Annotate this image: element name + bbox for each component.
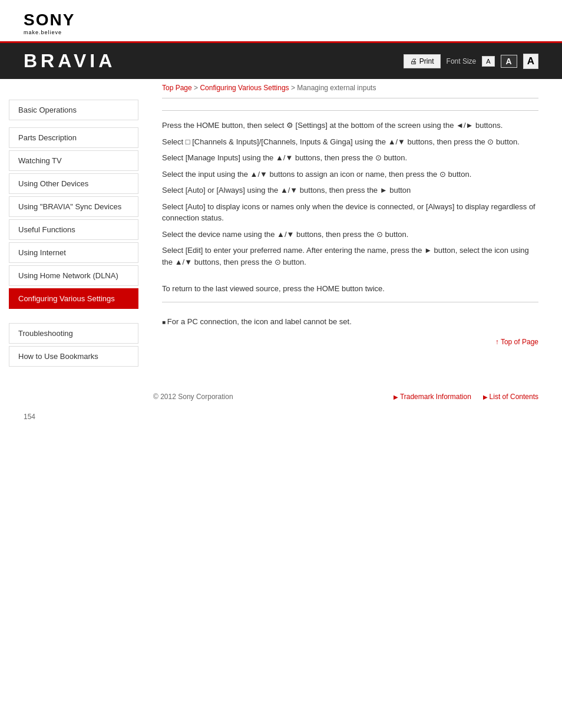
step-8: Select [Edit] to enter your preferred na…	[162, 245, 538, 268]
trademark-info-link[interactable]: Trademark Information	[394, 393, 471, 401]
copyright: © 2012 Sony Corporation	[153, 393, 233, 401]
content-area: Top Page > Configuring Various Settings …	[144, 79, 562, 378]
footer-links: Trademark Information List of Contents	[394, 393, 538, 401]
top-divider	[162, 110, 538, 111]
top-of-page-link[interactable]: Top of Page	[162, 338, 538, 346]
header-top: SONY make.believe	[0, 0, 562, 43]
print-button[interactable]: 🖨 Print	[404, 54, 441, 68]
step-7: Select the device name using the ▲/▼ but…	[162, 229, 538, 241]
breadcrumb-sep1: >	[194, 84, 200, 92]
sidebar-item-basic-operations[interactable]: Basic Operations	[9, 100, 138, 120]
breadcrumb-sep2: >	[291, 84, 297, 92]
bravia-controls: 🖨 Print Font Size A A A	[404, 54, 538, 69]
mid-divider	[162, 302, 538, 302]
sony-brand: SONY	[24, 11, 538, 29]
sidebar-item-using-bravia-sync[interactable]: Using "BRAVIA" Sync Devices	[9, 196, 138, 217]
sidebar-item-using-other-devices[interactable]: Using Other Devices	[9, 173, 138, 194]
return-note: To return to the last viewed source, pre…	[162, 284, 538, 293]
sidebar-item-using-home-network[interactable]: Using Home Network (DLNA)	[9, 265, 138, 286]
step-6: Select [Auto] to display icons or names …	[162, 201, 538, 224]
font-large-button[interactable]: A	[523, 54, 538, 69]
breadcrumb-current: Managing external inputs	[297, 84, 376, 92]
breadcrumb: Top Page > Configuring Various Settings …	[162, 79, 538, 98]
page-number: 154	[0, 410, 562, 424]
breadcrumb-top-page[interactable]: Top Page	[162, 84, 192, 92]
bravia-title: BRAVIA	[24, 50, 115, 72]
bravia-bar: BRAVIA 🖨 Print Font Size A A A	[0, 43, 562, 79]
sony-logo: SONY make.believe	[24, 11, 538, 35]
sidebar-item-using-internet[interactable]: Using Internet	[9, 242, 138, 263]
sony-tagline: make.believe	[24, 29, 538, 35]
step-5: Select [Auto] or [Always] using the ▲/▼ …	[162, 185, 538, 196]
sidebar-item-troubleshooting[interactable]: Troubleshooting	[9, 323, 138, 344]
note-section: For a PC connection, the icon and label …	[162, 311, 538, 332]
list-of-contents-link[interactable]: List of Contents	[483, 393, 538, 401]
breadcrumb-configuring[interactable]: Configuring Various Settings	[200, 84, 289, 92]
steps-section: Press the HOME button, then select ⚙ [Se…	[162, 120, 538, 278]
step-1: Press the HOME button, then select ⚙ [Se…	[162, 120, 538, 131]
font-small-button[interactable]: A	[482, 56, 494, 67]
font-size-label: Font Size	[447, 57, 477, 65]
step-4: Select the input using the ▲/▼ buttons t…	[162, 169, 538, 180]
sidebar-item-useful-functions[interactable]: Useful Functions	[9, 219, 138, 240]
sidebar-item-parts-description[interactable]: Parts Description	[9, 127, 138, 148]
step-2: Select □ [Channels & Inputs]/[Channels, …	[162, 136, 538, 148]
print-icon: 🖨	[410, 57, 417, 65]
font-medium-button[interactable]: A	[501, 55, 517, 68]
print-label: Print	[419, 57, 434, 65]
step-3: Select [Manage Inputs] using the ▲/▼ but…	[162, 152, 538, 164]
sidebar-item-watching-tv[interactable]: Watching TV	[9, 150, 138, 171]
main-layout: Basic Operations Parts Description Watch…	[0, 79, 562, 378]
footer: © 2012 Sony Corporation Trademark Inform…	[0, 384, 562, 410]
sidebar-item-how-to-use-bookmarks[interactable]: How to Use Bookmarks	[9, 346, 138, 367]
note-item: For a PC connection, the icon and label …	[162, 317, 538, 326]
sidebar: Basic Operations Parts Description Watch…	[0, 79, 144, 378]
sidebar-item-configuring-settings[interactable]: Configuring Various Settings	[9, 288, 138, 309]
